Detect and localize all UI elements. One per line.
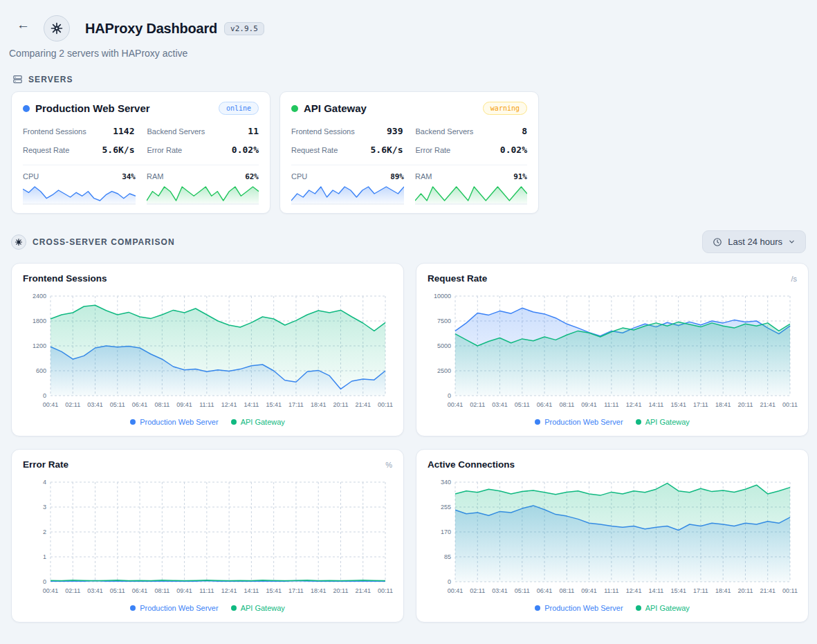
svg-text:0: 0	[448, 578, 451, 585]
back-button[interactable]: ←	[17, 18, 30, 31]
svg-text:02:11: 02:11	[65, 587, 80, 594]
chart-card-request-rate: Request Rate /s 00:4102:1103:4105:1106:4…	[416, 263, 809, 436]
frontend-sessions-chart: 00:4102:1103:4105:1106:4108:1109:4111:11…	[23, 291, 392, 412]
svg-text:05:11: 05:11	[515, 401, 530, 408]
stat-request-rate: Request Rate 5.6K/s	[291, 145, 403, 155]
legend-item: API Gateway	[636, 418, 690, 426]
svg-text:14:11: 14:11	[244, 587, 259, 594]
svg-text:11:11: 11:11	[199, 587, 214, 594]
svg-text:0: 0	[43, 578, 46, 585]
server-name: Production Web Server	[35, 102, 213, 114]
svg-text:11:11: 11:11	[604, 587, 618, 594]
server-status-dot	[291, 105, 298, 112]
server-stats: Frontend Sessions 1142 Backend Servers 1…	[23, 126, 259, 155]
chart-unit: /s	[791, 275, 797, 283]
clock-icon	[713, 237, 722, 247]
svg-text:2: 2	[43, 528, 46, 535]
server-cards: Production Web Server online Frontend Se…	[0, 91, 817, 214]
cpu-gauge: CPU 89%	[291, 172, 404, 205]
chart-legend: Production Web ServerAPI Gateway	[23, 418, 392, 429]
status-badge: warning	[483, 102, 527, 115]
time-range-label: Last 24 hours	[728, 237, 782, 247]
active-connections-chart: 00:4102:1103:4105:1106:4108:1109:4111:11…	[428, 477, 797, 598]
svg-text:2500: 2500	[437, 367, 451, 374]
svg-text:08:11: 08:11	[154, 587, 169, 594]
svg-text:06:41: 06:41	[132, 587, 148, 594]
servers-icon	[12, 74, 23, 84]
svg-text:600: 600	[36, 367, 46, 374]
svg-text:03:41: 03:41	[87, 587, 103, 594]
svg-text:12:41: 12:41	[221, 587, 237, 594]
legend-item: API Gateway	[231, 604, 285, 612]
svg-text:12:41: 12:41	[626, 587, 642, 594]
svg-text:10000: 10000	[434, 293, 451, 300]
svg-text:17:11: 17:11	[693, 587, 708, 594]
svg-text:12:41: 12:41	[221, 401, 237, 408]
svg-text:21:41: 21:41	[760, 587, 775, 594]
svg-text:11:11: 11:11	[199, 401, 214, 408]
stat-error-rate: Error Rate 0.02%	[416, 145, 528, 155]
svg-text:08:11: 08:11	[559, 587, 574, 594]
chart-title: Request Rate	[428, 273, 487, 284]
chart-legend: Production Web ServerAPI Gateway	[23, 604, 392, 615]
servers-section-title: SERVERS	[28, 75, 73, 84]
svg-text:18:41: 18:41	[311, 587, 327, 594]
legend-dot	[231, 605, 237, 611]
haproxy-logo-icon	[44, 15, 70, 42]
legend-item: Production Web Server	[130, 604, 219, 612]
svg-text:09:41: 09:41	[176, 401, 192, 408]
svg-text:170: 170	[441, 528, 451, 535]
legend-item: Production Web Server	[130, 418, 219, 426]
chart-legend: Production Web ServerAPI Gateway	[428, 418, 797, 429]
svg-text:14:11: 14:11	[648, 587, 663, 594]
svg-text:20:11: 20:11	[333, 401, 349, 408]
svg-text:06:41: 06:41	[132, 401, 148, 408]
svg-text:15:41: 15:41	[670, 587, 686, 594]
svg-text:02:11: 02:11	[470, 401, 485, 408]
chart-title: Active Connections	[428, 459, 515, 470]
cpu-sparkline	[23, 184, 136, 205]
svg-text:05:11: 05:11	[110, 587, 125, 594]
svg-text:4: 4	[43, 479, 46, 486]
svg-text:5000: 5000	[437, 342, 451, 349]
svg-text:02:11: 02:11	[65, 401, 80, 408]
legend-dot	[130, 605, 136, 611]
error-rate-chart: 00:4102:1103:4105:1106:4108:1109:4111:11…	[23, 477, 392, 598]
time-range-dropdown[interactable]: Last 24 hours	[702, 230, 806, 253]
stat-frontend-sessions: Frontend Sessions 1142	[23, 126, 135, 136]
svg-text:03:41: 03:41	[492, 401, 508, 408]
stat-frontend-sessions: Frontend Sessions 939	[291, 126, 403, 136]
chevron-down-icon	[788, 238, 796, 246]
svg-text:02:11: 02:11	[470, 587, 485, 594]
server-name: API Gateway	[304, 102, 477, 114]
svg-text:2400: 2400	[33, 293, 46, 300]
svg-text:85: 85	[444, 553, 451, 560]
svg-text:255: 255	[441, 504, 451, 510]
svg-text:00:11: 00:11	[378, 401, 393, 408]
svg-text:00:11: 00:11	[782, 587, 798, 594]
svg-text:20:11: 20:11	[738, 587, 753, 594]
page-subtitle: Comparing 2 servers with HAProxy active	[9, 48, 264, 59]
svg-text:00:41: 00:41	[448, 401, 463, 408]
legend-dot	[636, 605, 641, 611]
svg-text:1200: 1200	[33, 342, 46, 349]
legend-dot	[535, 605, 540, 611]
chart-card-frontend-sessions: Frontend Sessions 00:4102:1103:4105:1106…	[11, 263, 404, 436]
legend-dot	[636, 419, 641, 425]
svg-text:09:41: 09:41	[176, 587, 192, 594]
svg-text:14:11: 14:11	[244, 401, 259, 408]
svg-text:7500: 7500	[437, 318, 451, 324]
header: ← HAProxy Dashboard v2.9.5 Comparing 2 s…	[0, 0, 817, 59]
haproxy-dashboard: ← HAProxy Dashboard v2.9.5 Comparing 2 s…	[0, 0, 817, 644]
svg-text:20:11: 20:11	[738, 401, 753, 408]
ram-gauge: RAM 91%	[415, 172, 527, 205]
ram-sparkline	[147, 184, 259, 205]
svg-text:06:41: 06:41	[537, 587, 553, 594]
svg-text:21:41: 21:41	[760, 401, 775, 408]
svg-text:09:41: 09:41	[581, 401, 597, 408]
svg-text:08:11: 08:11	[154, 401, 169, 408]
svg-text:0: 0	[43, 392, 46, 399]
comparison-section-header: CROSS-SERVER COMPARISON Last 24 hours	[0, 214, 817, 263]
cpu-gauge: CPU 34%	[23, 172, 136, 205]
comparison-charts: Frontend Sessions 00:4102:1103:4105:1106…	[0, 263, 817, 623]
